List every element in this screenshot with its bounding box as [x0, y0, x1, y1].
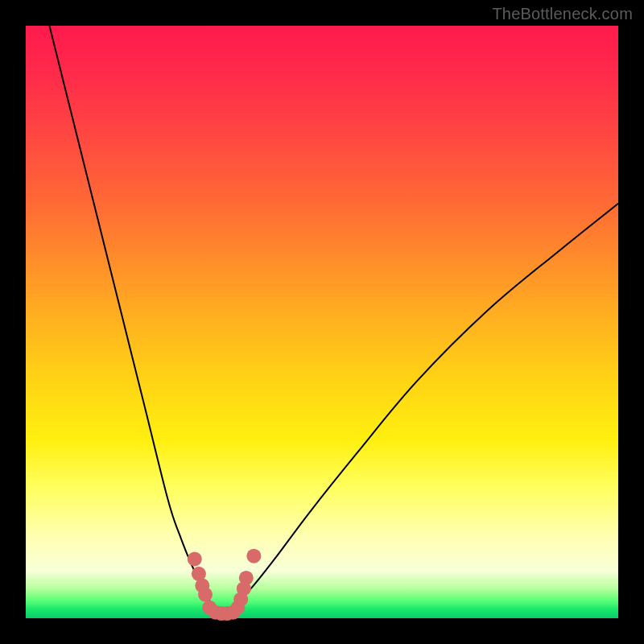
curves-svg — [26, 26, 618, 618]
chart-frame: TheBottleneck.com — [0, 0, 644, 644]
plot-area — [26, 26, 618, 618]
trough-marker — [239, 571, 254, 585]
trough-marker — [198, 588, 213, 602]
left-curve-path — [49, 26, 221, 615]
right-curve-path — [221, 204, 618, 616]
trough-marker — [246, 549, 261, 564]
watermark-text: TheBottleneck.com — [492, 5, 633, 23]
trough-marker — [188, 551, 202, 566]
marker-layer — [188, 549, 262, 621]
